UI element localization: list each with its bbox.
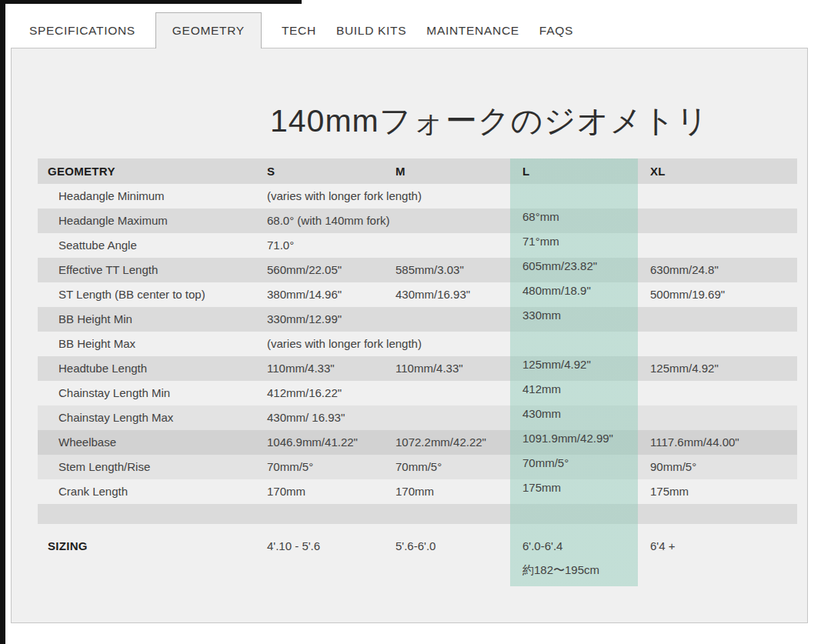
cell-l: [510, 332, 638, 356]
column-header-geometry: GEOMETRY: [38, 158, 255, 184]
cell-m: [383, 405, 510, 430]
cell-xl: [638, 405, 797, 430]
cell-l: 1091.9mm/42.99": [510, 430, 638, 455]
table-row: SIZING 4'.10 - 5'.6 5'.6-6'.0 6'.0-6'.4 …: [38, 532, 797, 586]
cell-xl: 500mm/19.69": [638, 282, 797, 307]
page-title: 140mmフォークのジオメトリ: [270, 100, 709, 142]
row-label: Wheelbase: [38, 430, 255, 455]
tab-maintenance[interactable]: MAINTENANCE: [426, 24, 519, 38]
cell-l: 125mm/4.92": [510, 356, 638, 381]
column-header-l: L: [510, 158, 638, 184]
tab-geometry[interactable]: GEOMETRY: [155, 12, 262, 48]
cell-s: [255, 504, 383, 524]
cell-s: (varies with longer fork length): [255, 184, 510, 209]
cell-l-note: 約182〜195cm: [522, 562, 638, 578]
table-row: Seattube Angle 71.0° 71°mm: [38, 233, 797, 258]
table-row: [38, 504, 797, 524]
column-header-s: S: [255, 158, 383, 184]
cell-l: 330mm: [510, 307, 638, 332]
row-label: Effective TT Length: [38, 258, 255, 282]
cell-xl: 175mm: [638, 479, 797, 504]
cell-l: [510, 184, 638, 209]
cell-l-value: 70mm/5°: [522, 455, 638, 471]
table-row: Headtube Length 110mm/4.33" 110mm/4.33" …: [38, 356, 797, 381]
cell-l-value: 125mm/4.92": [522, 357, 638, 372]
table-row: Chainstay Length Min 412mm/16.22" 412mm: [38, 381, 797, 405]
cell-l-value: 175mm: [522, 480, 638, 496]
cell-l-value: 68°mm: [522, 209, 638, 225]
cell-m: 5'.6-6'.0: [383, 532, 510, 586]
cell-m: [383, 307, 510, 332]
cell-l-value: 6'.0-6'.4: [522, 539, 638, 554]
cell-m: 585mm/3.03": [383, 258, 510, 282]
tab-faqs[interactable]: FAQS: [539, 24, 573, 38]
cell-l-value: 480mm/18.9": [522, 283, 638, 299]
cell-m: 430mm/16.93": [383, 282, 510, 307]
tab-specifications[interactable]: SPECIFICATIONS: [29, 24, 135, 38]
cell-s: 170mm: [255, 479, 383, 504]
cell-s: [255, 524, 383, 532]
table-row: Effective TT Length 560mm/22.05" 585mm/3…: [38, 258, 797, 282]
cell-xl: [638, 307, 797, 332]
tab-label: MAINTENANCE: [426, 24, 519, 37]
table-header-row: GEOMETRY S M L XL: [38, 158, 797, 184]
row-label: [38, 524, 255, 532]
cell-m: [383, 504, 510, 524]
tab-label: GEOMETRY: [172, 24, 245, 38]
column-header-m: M: [383, 158, 510, 184]
cell-l-value: 1091.9mm/42.99": [522, 431, 638, 446]
tab-tech[interactable]: TECH: [282, 24, 316, 38]
cell-l-value: 605mm/23.82": [522, 259, 638, 274]
cell-xl: [638, 332, 797, 356]
tab-bar: SPECIFICATIONS GEOMETRY TECH BUILD KITS …: [29, 12, 573, 48]
row-label: Stem Length/Rise: [38, 455, 255, 479]
cell-l-value: 330mm: [522, 308, 638, 323]
cell-m: [383, 524, 510, 532]
cell-m: [383, 381, 510, 405]
cell-xl: [638, 504, 797, 524]
row-label: Crank Length: [38, 479, 255, 504]
geometry-table-body: Headangle Minimum (varies with longer fo…: [38, 184, 797, 586]
row-label: Headangle Minimum: [38, 184, 255, 209]
cell-l: 430mm: [510, 405, 638, 430]
cell-xl: [638, 524, 797, 532]
row-label: BB Height Max: [38, 332, 255, 356]
table-row: Chainstay Length Max 430mm/ 16.93" 430mm: [38, 405, 797, 430]
cell-s: 380mm/14.96": [255, 282, 383, 307]
cell-s: (varies with longer fork length): [255, 332, 510, 356]
cell-s: 68.0° (with 140mm fork): [255, 209, 510, 233]
cell-m: [383, 233, 510, 258]
cell-m: 110mm/4.33": [383, 356, 510, 381]
cell-l: 412mm: [510, 381, 638, 405]
cell-l-value: 71°mm: [522, 234, 638, 249]
cell-xl: 1117.6mm/44.00": [638, 430, 797, 455]
cell-s: 70mm/5°: [255, 455, 383, 479]
cell-l-value: 430mm: [522, 406, 638, 422]
cell-xl: [638, 209, 797, 233]
table-row: Headangle Minimum (varies with longer fo…: [38, 184, 797, 209]
row-label: [38, 504, 255, 524]
cell-s: 560mm/22.05": [255, 258, 383, 282]
cell-s: 110mm/4.33": [255, 356, 383, 381]
table-row: BB Height Min 330mm/12.99" 330mm: [38, 307, 797, 332]
cell-l: 71°mm: [510, 233, 638, 258]
cell-xl: [638, 233, 797, 258]
cell-s: 71.0°: [255, 233, 383, 258]
cell-l: 605mm/23.82": [510, 258, 638, 282]
cell-m: 70mm/5°: [383, 455, 510, 479]
row-label: BB Height Min: [38, 307, 255, 332]
tab-label: BUILD KITS: [336, 24, 406, 37]
cell-l: 175mm: [510, 479, 638, 504]
cell-s: 412mm/16.22": [255, 381, 383, 405]
table-row: Wheelbase 1046.9mm/41.22" 1072.2mm/42.22…: [38, 430, 797, 455]
row-label: ST Length (BB center to top): [38, 282, 255, 307]
tab-label: SPECIFICATIONS: [29, 24, 135, 37]
table-row: ST Length (BB center to top) 380mm/14.96…: [38, 282, 797, 307]
cell-l: 68°mm: [510, 209, 638, 233]
cell-s: 330mm/12.99": [255, 307, 383, 332]
geometry-table: GEOMETRY S M L XL Headangle Minimum (var…: [38, 158, 797, 586]
tab-build-kits[interactable]: BUILD KITS: [336, 24, 406, 38]
screenshot-top-edge: [0, 0, 302, 4]
cell-m: 170mm: [383, 479, 510, 504]
cell-l: [510, 524, 638, 532]
